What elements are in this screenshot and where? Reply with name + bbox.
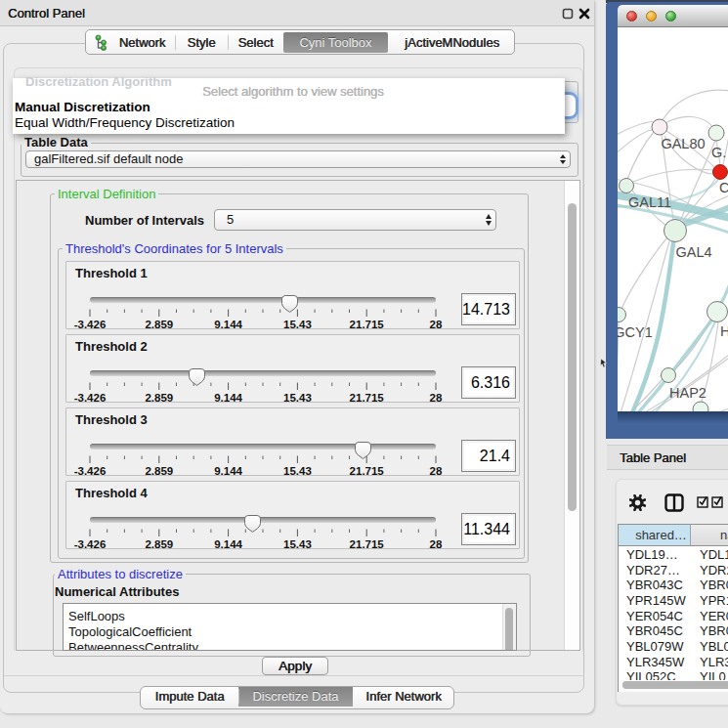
svg-text:GAL4: GAL4 — [675, 244, 711, 260]
svg-text:H: H — [720, 323, 728, 339]
svg-text:G.: G. — [711, 145, 726, 160]
svg-text:GAL80: GAL80 — [661, 136, 705, 151]
svg-text:HAP2: HAP2 — [669, 385, 707, 401]
svg-text:GCY1: GCY1 — [618, 324, 653, 340]
svg-text:GAL11: GAL11 — [628, 194, 671, 210]
svg-text:C: C — [719, 180, 728, 195]
